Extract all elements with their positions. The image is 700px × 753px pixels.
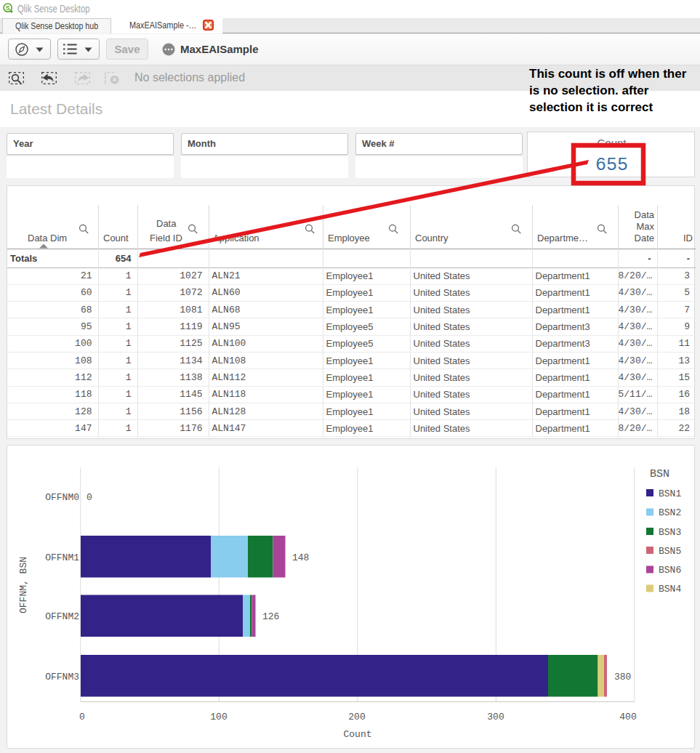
svg-text:OFFNM3: OFFNM3 (45, 672, 79, 682)
svg-text:OFFNM, BSN: OFFNM, BSN (18, 557, 29, 613)
svg-text:OFFNM0: OFFNM0 (45, 492, 79, 503)
svg-text:Data: Data (156, 218, 177, 229)
svg-text:Data: Data (635, 209, 655, 220)
svg-text:Count: Count (343, 729, 371, 740)
svg-text:200: 200 (348, 712, 365, 722)
svg-text:BSN3: BSN3 (659, 527, 681, 538)
svg-text:380: 380 (614, 672, 631, 682)
svg-text:OFFNM2: OFFNM2 (45, 611, 79, 622)
svg-text:148: 148 (292, 552, 309, 563)
svg-text:BSN5: BSN5 (659, 546, 681, 557)
svg-text:BSN: BSN (650, 468, 669, 480)
svg-text:Max: Max (636, 221, 654, 232)
svg-text:BSN4: BSN4 (659, 584, 681, 595)
svg-text:Departme…: Departme… (537, 233, 588, 243)
svg-text:300: 300 (487, 712, 504, 722)
svg-text:Date: Date (635, 233, 654, 243)
svg-text:100: 100 (210, 712, 227, 722)
svg-text:Country: Country (415, 233, 448, 243)
svg-text:126: 126 (262, 611, 279, 622)
svg-text:BSN2: BSN2 (659, 507, 681, 518)
svg-text:Employee: Employee (328, 233, 370, 243)
svg-text:BSN6: BSN6 (659, 565, 681, 576)
svg-text:ID: ID (683, 233, 693, 243)
svg-text:Data Dim: Data Dim (28, 233, 67, 243)
svg-text:Count: Count (103, 233, 129, 243)
svg-text:OFFNM1: OFFNM1 (45, 552, 79, 563)
svg-text:BSN1: BSN1 (659, 488, 681, 499)
svg-text:Application: Application (213, 233, 260, 243)
svg-text:0: 0 (79, 712, 85, 722)
svg-text:Field ID: Field ID (150, 233, 182, 243)
svg-text:S: S (6, 4, 10, 12)
svg-text:400: 400 (619, 712, 636, 722)
svg-text:0: 0 (87, 492, 92, 503)
